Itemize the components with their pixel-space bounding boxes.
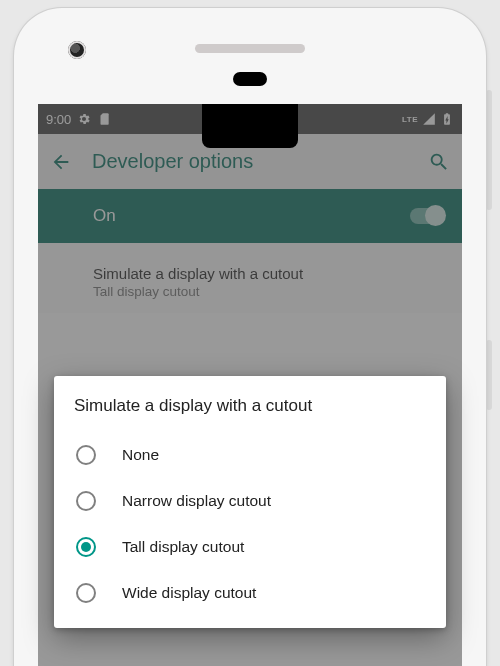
- radio-label: Tall display cutout: [122, 538, 244, 556]
- radio-icon: [76, 445, 96, 465]
- cutout-dialog: Simulate a display with a cutout None Na…: [54, 376, 446, 628]
- radio-option-none[interactable]: None: [74, 432, 426, 478]
- phone-side-button-bottom: [486, 340, 492, 410]
- phone-frame: 9:00 LTE: [14, 8, 486, 666]
- phone-bezel: [14, 8, 486, 104]
- simulated-display-cutout: [202, 104, 298, 148]
- phone-side-button-top: [486, 90, 492, 210]
- device-screen: 9:00 LTE: [38, 104, 462, 666]
- radio-label: None: [122, 446, 159, 464]
- front-camera: [68, 41, 86, 59]
- radio-option-wide[interactable]: Wide display cutout: [74, 570, 426, 616]
- earpiece-speaker: [195, 44, 305, 53]
- dialog-title: Simulate a display with a cutout: [74, 396, 426, 416]
- radio-option-narrow[interactable]: Narrow display cutout: [74, 478, 426, 524]
- radio-option-tall[interactable]: Tall display cutout: [74, 524, 426, 570]
- radio-label: Wide display cutout: [122, 584, 256, 602]
- radio-label: Narrow display cutout: [122, 492, 271, 510]
- radio-icon: [76, 583, 96, 603]
- radio-icon-selected: [76, 537, 96, 557]
- proximity-sensor: [233, 72, 267, 86]
- radio-icon: [76, 491, 96, 511]
